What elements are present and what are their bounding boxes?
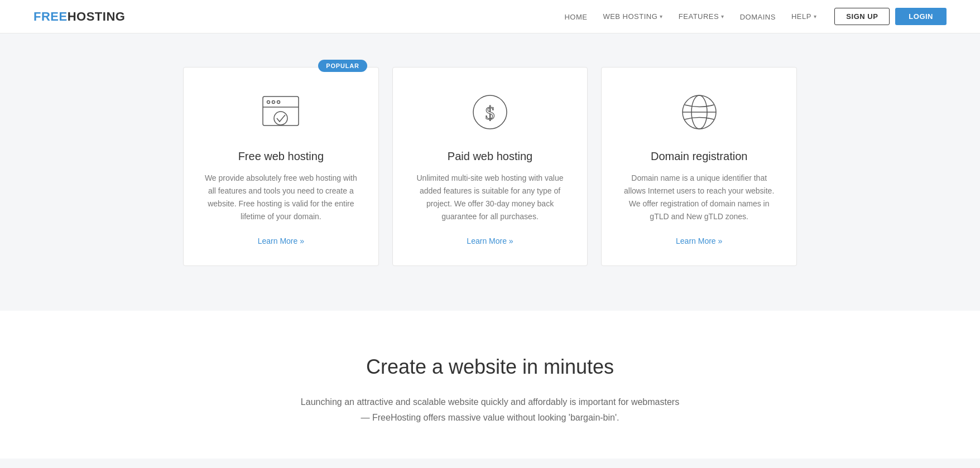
- nav-menu: HOME WEB HOSTING ▾ FEATURES ▾ DOMAINS HE…: [564, 12, 816, 22]
- browser-check-icon: [258, 90, 303, 134]
- nav-link-webhosting[interactable]: WEB HOSTING ▾: [603, 12, 662, 21]
- navbar-buttons: SIGN UP LOGIN: [834, 8, 947, 25]
- card-free-hosting-desc: We provide absolutely free web hosting w…: [204, 172, 358, 223]
- svg-point-3: [277, 101, 280, 104]
- card-free-hosting-title: Free web hosting: [238, 150, 324, 163]
- dollar-circle-svg: $: [468, 90, 512, 134]
- login-button[interactable]: LOGIN: [895, 8, 947, 25]
- card-domain-registration-desc: Domain name is a unique identifier that …: [622, 172, 776, 223]
- signup-button[interactable]: SIGN UP: [834, 8, 890, 25]
- popular-badge: POPULAR: [318, 60, 367, 72]
- brand-free: FREE: [33, 9, 68, 23]
- card-paid-hosting: $ Paid web hosting Unlimited multi-site …: [392, 67, 588, 266]
- nav-link-domains[interactable]: DOMAINS: [740, 13, 776, 21]
- bottom-section: Create a website in minutes Launching an…: [0, 311, 980, 458]
- brand-logo[interactable]: FREEHOSTING: [33, 9, 125, 24]
- dollar-circle-icon: $: [468, 90, 512, 134]
- card-domain-registration-link[interactable]: Learn More »: [676, 237, 722, 245]
- card-free-hosting: POPULAR Free web hosting We provide: [183, 67, 379, 266]
- nav-item-home[interactable]: HOME: [564, 12, 587, 22]
- cards-section: POPULAR Free web hosting We provide: [0, 33, 980, 311]
- card-domain-registration: Domain registration Domain name is a uni…: [601, 67, 797, 266]
- card-paid-hosting-title: Paid web hosting: [448, 150, 532, 163]
- globe-svg: [677, 90, 722, 134]
- nav-link-home[interactable]: HOME: [564, 13, 587, 21]
- chevron-down-icon: ▾: [660, 13, 663, 20]
- bottom-title: Create a website in minutes: [33, 355, 947, 379]
- browser-check-svg: [258, 90, 303, 134]
- navbar: FREEHOSTING HOME WEB HOSTING ▾ FEATURES …: [0, 0, 980, 33]
- chevron-down-icon: ▾: [814, 13, 817, 20]
- nav-item-features[interactable]: FEATURES ▾: [679, 12, 724, 21]
- card-domain-registration-title: Domain registration: [651, 150, 747, 163]
- card-free-hosting-link[interactable]: Learn More »: [258, 237, 304, 245]
- cards-container: POPULAR Free web hosting We provide: [183, 67, 797, 266]
- nav-link-help[interactable]: HELP ▾: [791, 12, 816, 21]
- brand-hosting: HOSTING: [68, 9, 126, 23]
- svg-point-1: [267, 101, 270, 104]
- nav-item-webhosting[interactable]: WEB HOSTING ▾: [603, 12, 662, 21]
- globe-icon: [677, 90, 722, 134]
- svg-text:$: $: [486, 103, 495, 123]
- svg-point-2: [272, 101, 275, 104]
- card-paid-hosting-link[interactable]: Learn More »: [467, 237, 513, 245]
- chevron-down-icon: ▾: [721, 13, 724, 20]
- bottom-desc: Launching an attractive and scalable web…: [300, 394, 680, 424]
- nav-link-features[interactable]: FEATURES ▾: [679, 12, 724, 21]
- nav-item-help[interactable]: HELP ▾: [791, 12, 816, 21]
- svg-point-5: [274, 112, 287, 125]
- card-paid-hosting-desc: Unlimited multi-site web hosting with va…: [413, 172, 568, 223]
- nav-item-domains[interactable]: DOMAINS: [740, 12, 776, 22]
